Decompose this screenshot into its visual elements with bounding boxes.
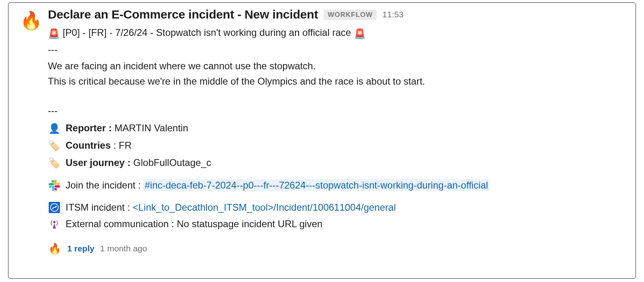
siren-icon: 🚨 — [48, 26, 60, 41]
itsm-row: ITSM incident : <Link_to_Decathlon_ITSM_… — [48, 200, 624, 215]
incident-headline-text: [P0] - [FR] - 7/26/24 - Stopwatch isn't … — [60, 27, 354, 38]
join-incident-row: Join the incident : #inc-deca-feb-7-2024… — [48, 178, 624, 193]
person-silhouette-icon: 👤 — [48, 121, 61, 136]
bot-avatar[interactable]: 🔥 — [20, 9, 42, 32]
reporter-value: MARTIN Valentin — [112, 122, 188, 133]
separator: --- — [48, 103, 624, 118]
message-timestamp[interactable]: 11:53 — [382, 10, 404, 19]
reporter-row: 👤 Reporter : MARTIN Valentin — [48, 120, 624, 135]
message-title[interactable]: Declare an E-Commerce incident - New inc… — [48, 8, 318, 21]
siren-icon: 🚨 — [354, 26, 366, 41]
tag-icon: 🏷️ — [48, 156, 61, 170]
user-journey-value: GlobFullOutage_c — [130, 157, 211, 168]
reply-age: 1 month ago — [100, 242, 147, 255]
external-comm-label: External communication : — [66, 218, 177, 229]
countries-value: : FR — [111, 140, 132, 151]
reporter-label: Reporter : — [66, 122, 112, 133]
thread-reply-avatar: 🔥 — [48, 242, 62, 255]
workflow-badge: WORKFLOW — [324, 10, 377, 20]
itsm-label: ITSM incident : — [66, 202, 133, 213]
incident-description-line: We are facing an incident where we canno… — [48, 58, 624, 73]
user-journey-row: 🏷️ User journey : GlobFullOutage_c — [48, 155, 624, 170]
incident-headline: 🚨 [P0] - [FR] - 7/26/24 - Stopwatch isn'… — [48, 25, 624, 41]
antenna-icon — [48, 219, 61, 229]
separator: --- — [48, 42, 624, 57]
external-comm-row: External communication : No statuspage i… — [48, 216, 624, 231]
itsm-link[interactable]: <Link_to_Decathlon_ITSM_tool>/Incident/1… — [133, 202, 396, 213]
user-journey-label: User journey : — [66, 157, 130, 168]
reply-count[interactable]: 1 reply — [67, 242, 95, 255]
itsm-app-icon — [48, 202, 61, 213]
incident-description-line: This is critical because we're in the mi… — [48, 74, 624, 89]
thread-summary[interactable]: 🔥 1 reply 1 month ago — [48, 242, 624, 255]
countries-row: 🏷️ Countries : FR — [48, 138, 624, 153]
incident-channel-link[interactable]: #inc-deca-feb-7-2024--p0---fr---72624---… — [143, 179, 489, 191]
tag-icon: 🏷️ — [48, 138, 61, 153]
countries-label: Countries — [66, 140, 111, 151]
external-comm-value: No statuspage incident URL given — [177, 218, 322, 229]
join-label: Join the incident : — [66, 180, 143, 191]
svg-point-2 — [53, 221, 56, 224]
slack-message-card: 🔥 Declare an E-Commerce incident - New i… — [8, 2, 636, 279]
slack-icon — [48, 180, 61, 191]
